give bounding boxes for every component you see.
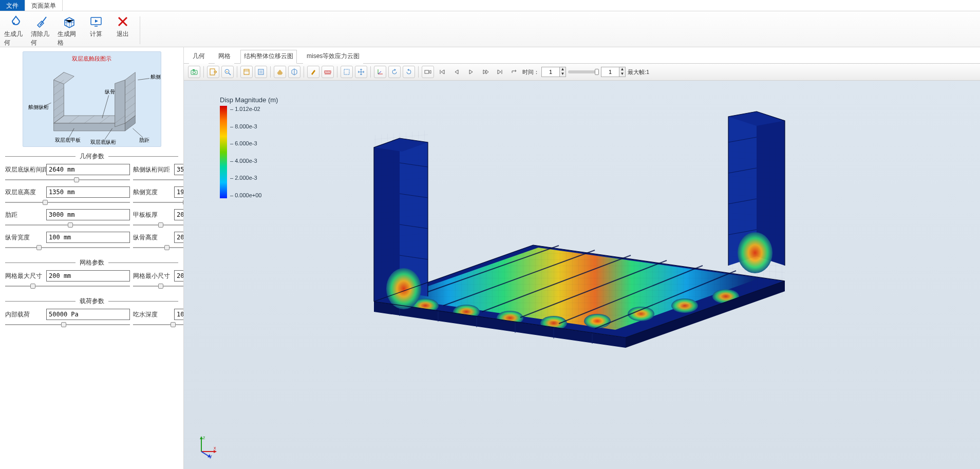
stiffener-height-input[interactable]	[174, 232, 184, 243]
paint-drop-icon	[9, 14, 23, 29]
slider[interactable]	[5, 244, 130, 251]
svg-line-63	[378, 71, 381, 74]
slider[interactable]	[5, 321, 130, 328]
draft-input[interactable]	[174, 309, 184, 320]
view-tabs: 几何 网格 结构整体位移云图 mises等效应力云图	[184, 47, 980, 64]
svg-text:x: x	[214, 445, 216, 451]
slider[interactable]	[133, 321, 184, 328]
group-header-mesh: 网格参数	[5, 258, 178, 267]
rotate-ccw-icon[interactable]	[388, 66, 401, 78]
svg-text:舷侧纵桁: 舷侧纵桁	[28, 104, 48, 110]
tab-mises[interactable]: mises等效应力云图	[303, 50, 363, 64]
svg-point-94	[386, 268, 421, 309]
svg-marker-15	[115, 80, 125, 127]
slider[interactable]	[5, 176, 130, 183]
compute-button[interactable]: 计算	[84, 14, 108, 39]
axes-icon[interactable]	[374, 66, 386, 78]
camera-icon[interactable]	[188, 66, 200, 78]
svg-text:+: +	[226, 70, 228, 73]
time-slider[interactable]	[568, 70, 599, 73]
stiffener-width-input[interactable]	[46, 232, 130, 243]
first-frame-icon[interactable]	[436, 66, 448, 78]
svg-rect-50	[244, 69, 249, 74]
tab-mesh[interactable]: 网格	[215, 50, 234, 64]
gen-geometry-button[interactable]: 生成几何	[4, 14, 28, 47]
svg-rect-45	[193, 69, 195, 70]
slider[interactable]	[5, 221, 130, 229]
svg-line-36	[133, 128, 143, 138]
slider[interactable]	[5, 199, 130, 206]
gen-mesh-button[interactable]: 生成网格	[58, 14, 81, 47]
svg-rect-53	[259, 70, 262, 73]
svg-marker-14	[125, 72, 135, 123]
svg-text:y: y	[210, 454, 212, 459]
axis-triad-icon: z x y	[194, 434, 219, 459]
svg-text:肋距: 肋距	[139, 137, 149, 143]
video-icon[interactable]	[422, 66, 434, 78]
frame-spin[interactable]: ▲▼	[601, 67, 626, 77]
svg-text:双层底甲板: 双层底甲板	[54, 137, 80, 143]
svg-point-103	[738, 232, 772, 273]
broom-icon	[35, 14, 50, 29]
brush-icon[interactable]	[307, 66, 319, 78]
view-top-icon[interactable]	[240, 66, 253, 78]
viewport-canvas[interactable]: Disp Magnitude (m) 1.012e-02 8.000e-3 6.…	[184, 81, 980, 469]
select-box-icon[interactable]	[341, 66, 353, 78]
play-icon[interactable]	[465, 66, 477, 78]
svg-text:双层底纵桁: 双层底纵桁	[90, 139, 116, 145]
svg-line-32	[102, 95, 108, 118]
time-label: 时间：	[522, 68, 539, 76]
loop-icon[interactable]	[508, 66, 520, 78]
slider[interactable]	[133, 199, 184, 206]
plate-thickness-input[interactable]	[174, 209, 184, 220]
tab-displacement[interactable]: 结构整体位移云图	[240, 50, 297, 64]
side-width-input[interactable]	[174, 186, 184, 198]
fea-model	[338, 111, 811, 358]
rotate-cw-icon[interactable]	[403, 66, 415, 78]
slider[interactable]	[133, 176, 184, 183]
close-x-icon	[116, 14, 130, 29]
play-monitor-icon	[89, 14, 103, 29]
internal-load-input[interactable]	[46, 309, 130, 320]
max-frame-label: 最大帧:1	[628, 68, 649, 76]
color-legend: Disp Magnitude (m) 1.012e-02 8.000e-3 6.…	[220, 96, 278, 198]
tab-page-menu[interactable]: 页面菜单	[25, 0, 63, 11]
last-frame-icon[interactable]	[494, 66, 506, 78]
mesh-min-input[interactable]	[174, 270, 184, 282]
db-height-input[interactable]	[46, 186, 130, 198]
display-style-icon[interactable]	[274, 66, 286, 78]
svg-text:纵骨: 纵骨	[104, 89, 115, 95]
svg-line-2	[39, 25, 40, 26]
zoom-fit-icon[interactable]: +	[221, 66, 234, 78]
svg-rect-64	[425, 70, 429, 73]
section-icon[interactable]	[288, 66, 300, 78]
db-girder-spacing-input[interactable]	[46, 164, 130, 175]
model-preview: 双层底舱段图示	[23, 51, 161, 147]
tab-geometry[interactable]: 几何	[189, 50, 209, 64]
time-spin[interactable]: ▲▼	[541, 67, 566, 77]
rib-spacing-input[interactable]	[46, 209, 130, 220]
ribbon: 生成几何 清除几何 生成网格 计算 退出	[0, 11, 980, 47]
slider[interactable]	[133, 244, 184, 251]
svg-text:舷侧: 舷侧	[150, 74, 161, 80]
prev-frame-icon[interactable]	[450, 66, 463, 78]
view-toolbar: +	[184, 64, 980, 81]
exit-button[interactable]: 退出	[111, 14, 135, 39]
side-girder-spacing-input[interactable]	[174, 164, 184, 175]
export-icon[interactable]	[207, 66, 219, 78]
svg-point-44	[193, 71, 196, 74]
slider[interactable]	[5, 283, 130, 290]
svg-line-31	[138, 79, 149, 80]
slider[interactable]	[133, 221, 184, 229]
tab-file[interactable]: 文件	[0, 0, 25, 11]
move-icon[interactable]	[355, 66, 367, 78]
clear-geometry-button[interactable]: 清除几何	[31, 14, 54, 47]
view-iso-icon[interactable]	[255, 66, 267, 78]
svg-line-3	[40, 26, 41, 27]
svg-line-112	[201, 452, 210, 457]
mesh-max-input[interactable]	[46, 270, 130, 282]
svg-point-0	[13, 23, 15, 25]
ruler-icon[interactable]	[322, 66, 334, 78]
slider[interactable]	[133, 283, 184, 290]
fast-forward-icon[interactable]	[479, 66, 492, 78]
